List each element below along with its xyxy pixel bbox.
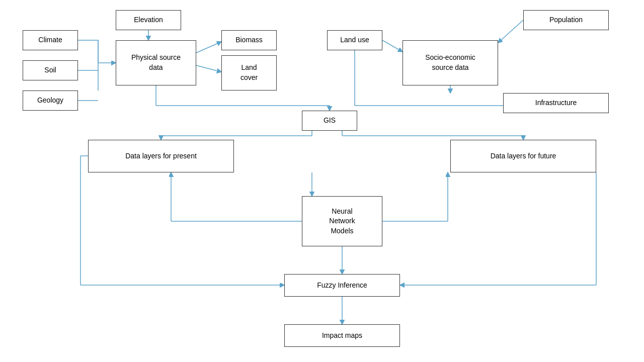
landcover-box: Landcover <box>221 55 277 90</box>
svg-line-8 <box>498 20 523 43</box>
future-box: Data layers for future <box>450 140 596 172</box>
impact-box: Impact maps <box>284 324 400 347</box>
geology-box: Geology <box>23 90 78 111</box>
socioeconomic-box: Socio-economicsource data <box>403 40 498 85</box>
elevation-box: Elevation <box>116 10 181 30</box>
soil-box: Soil <box>23 60 78 80</box>
landuse-box: Land use <box>327 30 382 50</box>
fuzzy-box: Fuzzy Inference <box>284 274 400 297</box>
svg-line-5 <box>196 42 221 53</box>
biomass-box: Biomass <box>221 30 277 50</box>
present-box: Data layers for present <box>88 140 234 172</box>
population-box: Population <box>523 10 609 30</box>
svg-line-6 <box>196 65 221 72</box>
gis-box: GIS <box>302 111 357 131</box>
svg-line-7 <box>382 40 403 52</box>
climate-box: Climate <box>23 30 78 50</box>
infrastructure-box: Infrastructure <box>503 93 609 113</box>
physical-box: Physical sourcedata <box>116 40 196 85</box>
arrows-svg <box>0 0 644 362</box>
diagram-container: Climate Soil Geology Elevation Physical … <box>0 0 644 362</box>
neural-box: NeuralNetworkModels <box>302 196 382 246</box>
